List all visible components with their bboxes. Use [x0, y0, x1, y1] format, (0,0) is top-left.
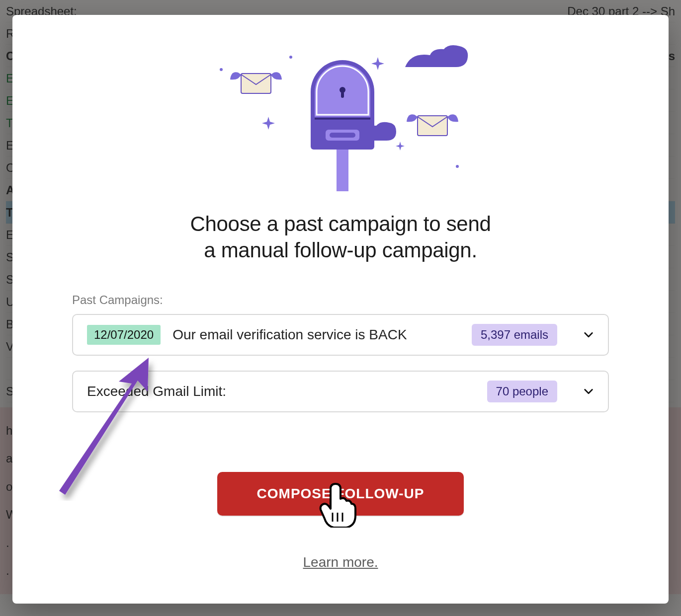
chevron-down-icon	[583, 329, 594, 340]
svg-point-1	[456, 165, 459, 168]
filter-title: Exceeded Gmail Limit:	[87, 384, 226, 399]
svg-point-0	[220, 68, 223, 71]
heading-line2: a manual follow-up campaign.	[204, 238, 477, 262]
campaign-count-chip: 5,397 emails	[472, 324, 557, 346]
chevron-down-icon	[583, 386, 594, 397]
svg-point-2	[289, 56, 292, 59]
filter-select[interactable]: Exceeded Gmail Limit: 70 people	[72, 371, 609, 412]
svg-rect-9	[330, 133, 355, 138]
compose-followup-button[interactable]: COMPOSE FOLLOW-UP	[217, 472, 464, 516]
campaign-select[interactable]: 12/07/2020 Our email verification servic…	[72, 314, 609, 356]
past-campaigns-label: Past Campaigns:	[72, 293, 609, 307]
learn-more-link[interactable]: Learn more.	[303, 554, 378, 570]
svg-rect-4	[418, 116, 447, 136]
filter-count-chip: 70 people	[487, 381, 557, 402]
campaign-title: Our email verification service is BACK	[172, 327, 407, 343]
campaign-date-chip: 12/07/2020	[87, 325, 161, 345]
mailbox-illustration	[181, 42, 500, 196]
followup-modal: Choose a past campaign to send a manual …	[12, 15, 669, 604]
svg-rect-5	[337, 147, 348, 191]
svg-rect-7	[341, 92, 344, 98]
svg-rect-3	[241, 74, 271, 93]
modal-form: Past Campaigns: 12/07/2020 Our email ver…	[72, 293, 609, 427]
modal-heading: Choose a past campaign to send a manual …	[190, 211, 491, 263]
heading-line1: Choose a past campaign to send	[190, 212, 491, 235]
